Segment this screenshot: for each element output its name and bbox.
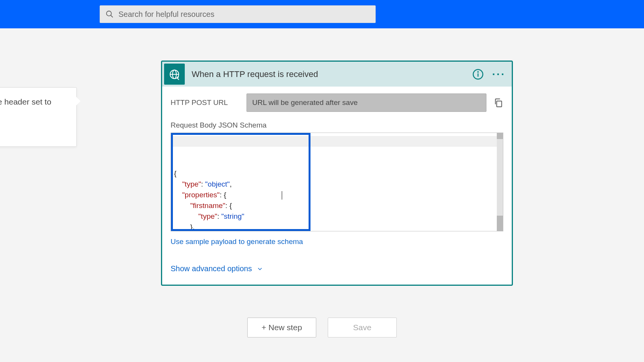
info-tooltip-dismiss[interactable]: o not show again — [0, 129, 67, 138]
chevron-down-icon — [256, 265, 263, 272]
http-url-field: URL will be generated after save — [246, 93, 486, 112]
svg-rect-8 — [497, 101, 502, 107]
show-advanced-label: Show advanced options — [171, 264, 252, 273]
save-button: Save — [328, 318, 397, 337]
http-url-row: HTTP POST URL URL will be generated afte… — [171, 93, 503, 112]
top-bar: Search for helpful resources — [0, 0, 644, 28]
trigger-title: When a HTTP request is received — [192, 69, 472, 79]
info-icon[interactable] — [472, 69, 484, 80]
search-icon — [105, 10, 114, 18]
svg-point-7 — [478, 72, 478, 72]
svg-point-0 — [107, 11, 112, 16]
trigger-card: When a HTTP request is received ··· HTTP… — [161, 61, 513, 286]
designer-canvas: ude a Content-Type header set to your re… — [0, 28, 644, 362]
search-input[interactable]: Search for helpful resources — [100, 5, 376, 23]
trigger-connector-icon-box — [164, 64, 185, 85]
use-sample-payload-link[interactable]: Use sample payload to generate schema — [171, 238, 503, 246]
copy-icon[interactable] — [493, 98, 503, 108]
current-line-highlight — [171, 136, 497, 147]
info-tooltip-text: ude a Content-Type header set to your re… — [0, 96, 67, 119]
info-tooltip: ude a Content-Type header set to your re… — [0, 87, 77, 147]
search-placeholder: Search for helpful resources — [118, 10, 214, 19]
schema-scrollbar[interactable] — [497, 133, 503, 231]
schema-editor[interactable]: { "type": "object", "properties": { "fir… — [171, 133, 503, 231]
schema-scrollbar-thumb[interactable] — [497, 139, 503, 216]
trigger-card-header[interactable]: When a HTTP request is received ··· — [162, 62, 512, 87]
footer-buttons: + New step Save — [0, 318, 644, 337]
svg-line-1 — [111, 15, 113, 18]
new-step-button[interactable]: + New step — [247, 318, 316, 337]
schema-code[interactable]: { "type": "object", "properties": { "fir… — [171, 133, 497, 231]
trigger-card-body: HTTP POST URL URL will be generated afte… — [162, 87, 512, 285]
http-url-label: HTTP POST URL — [171, 98, 246, 107]
schema-label: Request Body JSON Schema — [171, 121, 503, 129]
code-content: { "type": "object", "properties": { "fir… — [174, 168, 494, 231]
show-advanced-toggle[interactable]: Show advanced options — [171, 264, 503, 273]
more-menu-icon[interactable]: ··· — [492, 69, 506, 80]
http-globe-icon — [169, 69, 180, 80]
text-cursor — [282, 191, 282, 200]
